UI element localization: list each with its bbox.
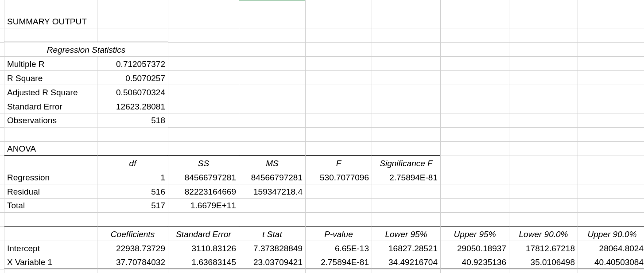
coef-p[interactable]: 2.75894E-81 — [305, 255, 372, 269]
spreadsheet-grid[interactable]: SUMMARY OUTPUT Regression Statistics Mul… — [0, 0, 644, 273]
grid-cell[interactable] — [440, 70, 509, 85]
grid-cell[interactable] — [440, 170, 509, 184]
anova-title[interactable]: ANOVA — [4, 141, 97, 156]
coef-header[interactable]: Upper 95% — [440, 226, 509, 241]
grid-cell[interactable] — [239, 99, 306, 113]
grid-cell[interactable] — [4, 226, 97, 241]
grid-cell[interactable] — [509, 70, 578, 85]
grid-cell[interactable] — [578, 42, 644, 57]
grid-cell[interactable] — [372, 42, 441, 57]
grid-cell[interactable] — [168, 113, 239, 128]
anova-ss[interactable]: 84566797281 — [168, 170, 239, 184]
grid-cell[interactable] — [168, 0, 239, 14]
grid-cell[interactable] — [305, 99, 372, 113]
grid-cell[interactable] — [509, 212, 578, 227]
anova-ms[interactable]: 159347218.4 — [239, 184, 306, 199]
grid-cell[interactable] — [578, 14, 644, 28]
grid-cell[interactable] — [97, 0, 168, 14]
grid-cell[interactable] — [509, 0, 578, 14]
anova-df[interactable]: 517 — [97, 198, 168, 213]
grid-cell[interactable] — [578, 170, 644, 184]
grid-cell[interactable] — [372, 141, 441, 156]
grid-cell[interactable] — [578, 269, 644, 273]
grid-cell[interactable] — [578, 70, 644, 85]
grid-cell[interactable] — [440, 56, 509, 71]
coef-t[interactable]: 23.03709421 — [239, 255, 306, 269]
coef-header[interactable]: t Stat — [239, 226, 306, 241]
grid-cell[interactable] — [372, 0, 441, 14]
grid-cell[interactable] — [305, 70, 372, 85]
anova-header-ms[interactable]: MS — [239, 156, 306, 170]
grid-cell[interactable] — [4, 212, 97, 227]
grid-cell[interactable] — [305, 269, 372, 273]
grid-cell[interactable] — [440, 198, 509, 213]
grid-cell[interactable] — [440, 99, 509, 113]
anova-df[interactable]: 516 — [97, 184, 168, 199]
anova-sigf[interactable] — [372, 198, 441, 213]
grid-cell[interactable] — [509, 184, 578, 199]
grid-cell[interactable] — [578, 85, 644, 99]
anova-sigf[interactable]: 2.75894E-81 — [372, 170, 441, 184]
coef-header[interactable]: Lower 95% — [372, 226, 441, 241]
grid-cell[interactable] — [509, 198, 578, 213]
grid-cell[interactable] — [168, 14, 239, 28]
anova-ms[interactable] — [239, 198, 306, 213]
grid-cell[interactable] — [372, 212, 441, 227]
grid-cell[interactable] — [239, 56, 306, 71]
grid-cell[interactable] — [578, 198, 644, 213]
grid-cell[interactable] — [305, 0, 372, 14]
coef-row-label[interactable]: X Variable 1 — [4, 255, 97, 269]
grid-cell[interactable] — [305, 113, 372, 128]
grid-cell[interactable] — [440, 127, 509, 142]
grid-cell[interactable] — [509, 141, 578, 156]
coef-l90[interactable]: 17812.67218 — [509, 241, 578, 255]
grid-cell[interactable] — [239, 42, 306, 57]
grid-cell[interactable] — [578, 212, 644, 227]
anova-f[interactable]: 530.7077096 — [305, 170, 372, 184]
stat-label[interactable]: Multiple R — [4, 56, 97, 71]
grid-cell[interactable] — [4, 127, 97, 142]
stat-label[interactable]: Standard Error — [4, 99, 97, 113]
grid-cell[interactable] — [97, 28, 168, 43]
stat-value[interactable]: 0.712057372 — [97, 56, 168, 71]
grid-cell[interactable] — [440, 42, 509, 57]
stat-label[interactable]: Observations — [4, 113, 97, 128]
grid-cell[interactable] — [578, 127, 644, 142]
grid-cell[interactable] — [168, 141, 239, 156]
grid-cell[interactable] — [509, 28, 578, 43]
anova-ss[interactable]: 82223164669 — [168, 184, 239, 199]
grid-cell[interactable] — [239, 28, 306, 43]
grid-cell[interactable] — [440, 113, 509, 128]
grid-cell[interactable] — [168, 28, 239, 43]
grid-cell[interactable] — [578, 184, 644, 199]
grid-cell[interactable] — [578, 141, 644, 156]
coef-t[interactable]: 7.373828849 — [239, 241, 306, 255]
grid-cell[interactable] — [578, 156, 644, 170]
anova-header-df[interactable]: df — [97, 156, 168, 170]
grid-cell[interactable] — [440, 184, 509, 199]
anova-row-label[interactable]: Regression — [4, 170, 97, 184]
grid-cell[interactable] — [4, 0, 97, 14]
grid-cell[interactable] — [239, 85, 306, 99]
coef-u90[interactable]: 40.40503084 — [578, 255, 644, 269]
coef-header[interactable]: Lower 90.0% — [509, 226, 578, 241]
grid-cell[interactable] — [239, 212, 306, 227]
grid-cell[interactable] — [239, 141, 306, 156]
coef-u95[interactable]: 29050.18937 — [440, 241, 509, 255]
grid-cell[interactable] — [509, 14, 578, 28]
grid-cell[interactable] — [509, 99, 578, 113]
grid-cell[interactable] — [440, 156, 509, 170]
stat-value[interactable]: 0.506070324 — [97, 85, 168, 99]
anova-row-label[interactable]: Residual — [4, 184, 97, 199]
grid-cell[interactable] — [4, 156, 97, 170]
coef-u90[interactable]: 28064.8024 — [578, 241, 644, 255]
coef-c[interactable]: 22938.73729 — [97, 241, 168, 255]
grid-cell[interactable] — [168, 269, 239, 273]
grid-cell[interactable] — [97, 141, 168, 156]
anova-f[interactable] — [305, 198, 372, 213]
anova-row-label[interactable]: Total — [4, 198, 97, 213]
coef-header[interactable]: Upper 90.0% — [578, 226, 644, 241]
coef-u95[interactable]: 40.9235136 — [440, 255, 509, 269]
grid-cell[interactable] — [578, 56, 644, 71]
grid-cell[interactable] — [509, 127, 578, 142]
